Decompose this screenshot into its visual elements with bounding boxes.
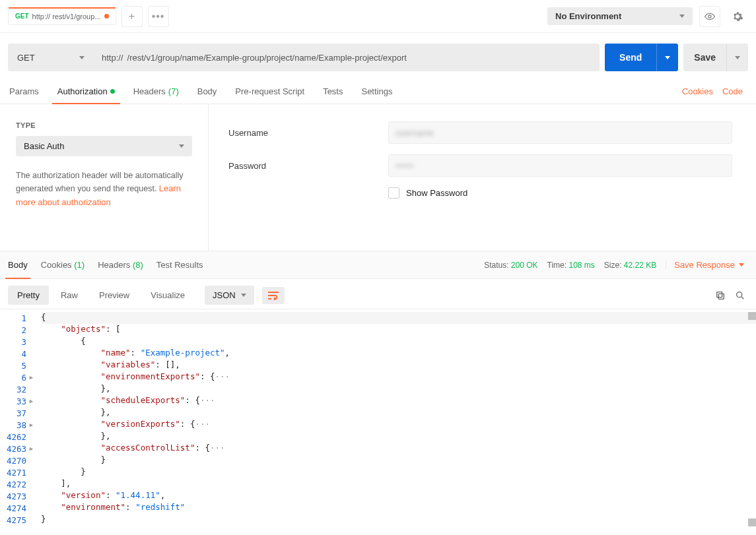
format-bar: Pretty Raw Preview Visualize JSON	[0, 279, 756, 309]
copy-button[interactable]	[715, 290, 726, 301]
request-tab[interactable]: GET http:// rest/v1/group...	[8, 8, 116, 25]
username-input[interactable]: username	[388, 121, 732, 144]
search-button[interactable]	[735, 290, 745, 301]
url-input[interactable]: http:// /rest/v1/group/name/Example-grou…	[94, 44, 600, 71]
format-pretty[interactable]: Pretty	[8, 286, 49, 305]
auth-help-text: The authorization header will be automat…	[16, 170, 192, 209]
fold-toggle[interactable]: ▶	[28, 422, 33, 428]
fold-toggle[interactable]: ▶	[28, 445, 33, 452]
scrollbar-thumb[interactable]	[748, 519, 756, 526]
status-dot-icon	[110, 89, 115, 94]
tab-authorization[interactable]: Authorization	[57, 79, 115, 104]
code-link[interactable]: Code	[722, 86, 743, 96]
resp-tab-headers[interactable]: Headers (8)	[98, 251, 143, 278]
svg-rect-2	[717, 292, 722, 297]
svg-point-3	[737, 292, 742, 297]
save-response-button[interactable]: Save Response	[666, 260, 744, 270]
settings-button[interactable]	[727, 6, 748, 27]
tab-body[interactable]: Body	[197, 79, 217, 104]
type-label: TYPE	[16, 121, 192, 129]
save-dropdown[interactable]	[726, 44, 748, 71]
tab-settings[interactable]: Settings	[361, 79, 392, 104]
format-preview[interactable]: Preview	[90, 286, 139, 305]
response-body-viewer[interactable]: 123456▶3233▶3738▶42624263▶42704271427242…	[0, 309, 756, 526]
username-label: Username	[228, 128, 388, 138]
svg-point-0	[708, 15, 711, 18]
tab-tests[interactable]: Tests	[323, 79, 343, 104]
auth-panel: TYPE Basic Auth The authorization header…	[0, 104, 756, 251]
resp-tab-cookies[interactable]: Cookies (1)	[41, 251, 85, 278]
scrollbar-thumb[interactable]	[748, 312, 756, 320]
save-button[interactable]: Save	[683, 44, 748, 71]
unsaved-dot-icon	[104, 14, 109, 18]
top-bar: GET http:// rest/v1/group... + ••• No En…	[0, 0, 756, 33]
environment-select[interactable]: No Environment	[547, 7, 693, 25]
tab-headers[interactable]: Headers (7)	[133, 79, 179, 104]
chevron-down-icon	[735, 56, 740, 59]
new-tab-button[interactable]: +	[121, 6, 143, 27]
chevron-down-icon	[79, 56, 85, 59]
tab-method: GET	[15, 13, 29, 20]
time-label: Time: 108 ms	[547, 261, 595, 270]
send-dropdown[interactable]	[656, 44, 678, 71]
chevron-down-icon	[679, 15, 685, 18]
environment-quicklook-button[interactable]	[699, 6, 720, 27]
resp-tab-body[interactable]: Body	[8, 251, 28, 278]
password-label: Password	[228, 161, 388, 171]
tab-params[interactable]: Params	[9, 79, 39, 104]
chevron-down-icon	[179, 144, 184, 148]
chevron-down-icon	[665, 56, 670, 59]
auth-type-select[interactable]: Basic Auth	[16, 136, 192, 156]
show-password-label: Show Password	[406, 188, 467, 198]
cookies-link[interactable]: Cookies	[682, 86, 713, 96]
format-visualize[interactable]: Visualize	[141, 286, 194, 305]
format-type-select[interactable]: JSON	[205, 286, 254, 305]
url-bar: GET http:// /rest/v1/group/name/Example-…	[0, 33, 756, 79]
show-password-checkbox[interactable]	[388, 187, 399, 199]
method-select[interactable]: GET	[8, 44, 94, 71]
status-label: Status: 200 OK	[484, 261, 537, 270]
chevron-down-icon	[739, 263, 744, 267]
response-bar: Body Cookies (1) Headers (8) Test Result…	[0, 251, 756, 279]
wrap-lines-button[interactable]	[262, 287, 285, 304]
size-label: Size: 42.22 KB	[604, 261, 656, 270]
svg-rect-1	[718, 294, 724, 299]
chevron-down-icon	[241, 294, 246, 297]
fold-toggle[interactable]: ▶	[28, 374, 33, 381]
tab-prerequest[interactable]: Pre-request Script	[235, 79, 304, 104]
fold-toggle[interactable]: ▶	[28, 398, 33, 404]
resp-tab-test-results[interactable]: Test Results	[156, 251, 203, 278]
password-input[interactable]: ••••••	[388, 154, 732, 177]
send-button[interactable]: Send	[605, 44, 678, 71]
format-raw[interactable]: Raw	[52, 286, 87, 305]
request-tabs: Params Authorization Headers (7) Body Pr…	[0, 79, 756, 104]
more-tabs-button[interactable]: •••	[148, 6, 169, 27]
tab-title: http:// rest/v1/group...	[32, 13, 101, 20]
